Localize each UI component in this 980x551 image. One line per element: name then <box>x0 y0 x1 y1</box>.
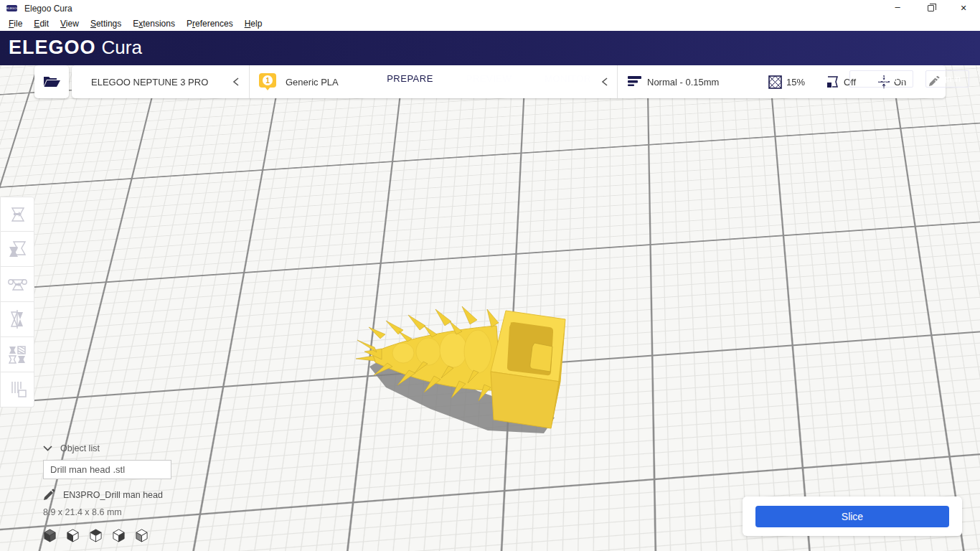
slice-button[interactable]: Slice <box>755 506 949 527</box>
tab-prepare[interactable]: PREPARE <box>374 67 446 89</box>
rotate-tool-icon <box>6 273 28 295</box>
sign-in-button[interactable]: Sign in <box>925 70 969 88</box>
menu-view[interactable]: View <box>55 17 85 31</box>
printer-name: ELEGOO NEPTUNE 3 PRO <box>91 77 208 88</box>
marketplace-button[interactable]: Marketplace <box>849 70 913 88</box>
view-right-icon[interactable] <box>135 529 149 542</box>
printer-selector[interactable]: ELEGOO NEPTUNE 3 PRO <box>91 65 235 98</box>
open-file-button[interactable] <box>34 65 69 98</box>
minimize-icon: – <box>895 1 900 12</box>
minimize-button[interactable]: – <box>881 0 914 17</box>
object-file-name: Drill man head .stl <box>50 464 125 475</box>
rename-pencil-icon <box>43 489 55 501</box>
logo-brand: ELEGOO <box>9 37 96 59</box>
stage-tabs: PREPARE PREVIEW MONITOR <box>374 67 604 89</box>
model-dimensions: 8.9 x 21.4 x 8.6 mm <box>43 507 171 517</box>
window-title: Elegoo Cura <box>24 4 72 14</box>
restore-button[interactable] <box>914 0 947 17</box>
profile-label: Normal - 0.15mm <box>647 77 719 88</box>
model-drill-man-head[interactable] <box>337 291 595 449</box>
logo-product: Cura <box>102 37 142 59</box>
object-list-title: Object list <box>60 443 100 453</box>
layers-icon <box>628 76 642 88</box>
material-name: Generic PLA <box>286 77 339 88</box>
per-model-settings-button[interactable] <box>0 337 34 372</box>
move-tool-icon <box>6 204 28 225</box>
app-logo: ELEGOO Cura <box>9 37 142 59</box>
menu-edit[interactable]: Edit <box>28 17 55 31</box>
camera-view-buttons <box>43 529 171 542</box>
mirror-tool-icon <box>6 309 28 330</box>
chevron-left-icon[interactable] <box>232 77 240 87</box>
job-name-row[interactable]: EN3PRO_Drill man head <box>43 489 171 501</box>
view-top-icon[interactable] <box>89 529 103 542</box>
divider <box>249 65 250 98</box>
main-header: ELEGOO Cura PREPARE PREVIEW MONITOR Mark… <box>0 31 980 65</box>
view-left-icon[interactable] <box>112 529 126 542</box>
move-tool-button[interactable] <box>0 197 34 232</box>
open-folder-icon <box>42 75 61 89</box>
window-titlebar: ELEGOO Elegoo Cura – ✕ <box>0 0 980 17</box>
rotate-tool-button[interactable] <box>0 267 34 302</box>
support-blocker-icon <box>6 379 28 400</box>
support-icon <box>826 75 839 89</box>
per-model-settings-icon <box>6 344 28 365</box>
close-icon: ✕ <box>960 4 966 13</box>
menu-help[interactable]: Help <box>239 17 268 31</box>
infill-icon <box>768 75 782 89</box>
tab-preview[interactable]: PREVIEW <box>453 67 525 89</box>
object-list-panel: Object list Drill man head .stl EN3PRO_D… <box>43 443 171 542</box>
app-icon: ELEGOO <box>6 5 17 11</box>
infill-value: 15% <box>786 77 805 88</box>
menu-bar: File Edit View Settings Extensions Prefe… <box>0 17 980 31</box>
chevron-down-icon <box>43 446 52 451</box>
menu-extensions[interactable]: Extensions <box>127 17 181 31</box>
divider <box>617 65 618 98</box>
view-3d-icon[interactable] <box>43 529 57 542</box>
menu-preferences[interactable]: Preferences <box>181 17 239 31</box>
menu-file[interactable]: File <box>3 17 28 31</box>
object-list-item[interactable]: Drill man head .stl <box>43 460 171 479</box>
mirror-tool-button[interactable] <box>0 302 34 337</box>
menu-settings[interactable]: Settings <box>85 17 127 31</box>
support-blocker-button[interactable] <box>0 372 34 408</box>
restore-icon <box>928 5 934 11</box>
close-button[interactable]: ✕ <box>947 0 980 17</box>
job-name: EN3PRO_Drill man head <box>63 490 163 500</box>
extruder-badge: 1 <box>259 73 276 88</box>
scale-tool-icon <box>6 238 28 260</box>
object-list-toggle[interactable]: Object list <box>43 443 171 453</box>
scale-tool-button[interactable] <box>0 232 34 267</box>
action-panel: Slice <box>743 496 962 536</box>
view-front-icon[interactable] <box>66 529 80 542</box>
tab-monitor[interactable]: MONITOR <box>532 67 604 89</box>
extruder-number: 1 <box>263 75 273 85</box>
tool-sidebar <box>0 197 34 408</box>
